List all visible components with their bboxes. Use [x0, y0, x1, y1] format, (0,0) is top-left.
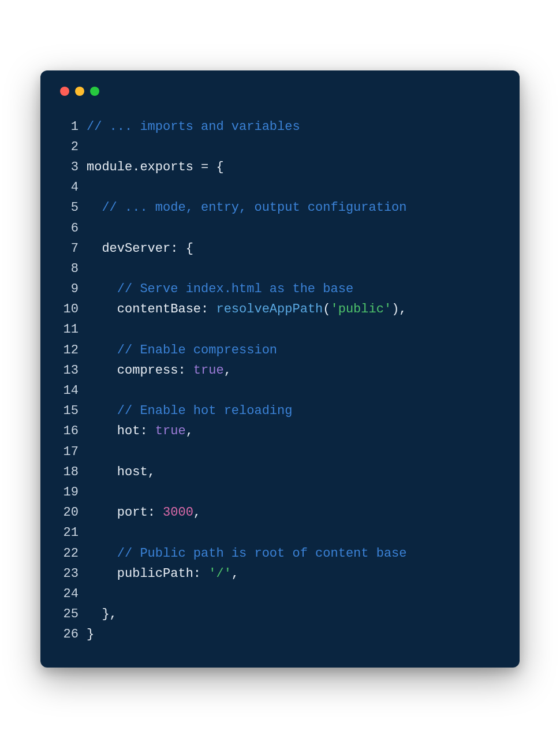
code-token — [87, 424, 117, 438]
code-token — [87, 343, 117, 357]
line-number: 8 — [59, 259, 87, 279]
code-line: 4 — [59, 177, 501, 197]
code-token: // Enable compression — [117, 343, 277, 357]
line-content: // Serve index.html as the base — [87, 279, 353, 299]
line-number: 25 — [59, 604, 87, 624]
line-number: 12 — [59, 340, 87, 360]
code-line: 5 // ... mode, entry, output configurati… — [59, 197, 501, 218]
line-content: hot: true, — [87, 421, 193, 441]
line-content: // Enable compression — [87, 340, 277, 360]
line-number: 10 — [59, 299, 87, 319]
line-number: 9 — [59, 279, 87, 299]
code-token: ( — [323, 302, 330, 316]
code-token: : { — [170, 241, 193, 256]
code-line: 25 }, — [59, 604, 501, 624]
code-token: devServer — [102, 241, 170, 256]
code-line: 6 — [59, 218, 501, 238]
code-token: module — [87, 160, 132, 174]
code-line: 2 — [59, 137, 501, 157]
code-line: 10 contentBase: resolveAppPath('public')… — [59, 299, 501, 319]
line-number: 5 — [59, 197, 87, 218]
code-token: : — [178, 363, 193, 378]
line-number: 16 — [59, 421, 87, 441]
line-content: devServer: { — [87, 238, 193, 259]
line-content: } — [87, 624, 94, 644]
line-number: 15 — [59, 401, 87, 421]
code-token: , — [224, 363, 232, 378]
code-line: 18 host, — [59, 462, 501, 482]
code-token: ), — [391, 302, 406, 316]
code-token — [87, 607, 102, 621]
line-number: 23 — [59, 564, 87, 584]
code-token: resolveAppPath — [216, 302, 323, 316]
code-line: 19 — [59, 482, 501, 502]
line-number: 3 — [59, 157, 87, 177]
code-token: 'public' — [331, 302, 392, 316]
code-token — [87, 404, 117, 418]
code-token: }, — [102, 607, 117, 621]
code-token — [87, 505, 117, 520]
minimize-icon[interactable] — [75, 87, 84, 96]
line-content: contentBase: resolveAppPath('public'), — [87, 299, 407, 319]
code-token: // Public path is root of content base — [117, 546, 407, 561]
code-token — [87, 200, 102, 215]
line-number: 14 — [59, 381, 87, 401]
code-token — [87, 302, 117, 316]
code-token: , — [232, 566, 239, 581]
line-number: 1 — [59, 117, 87, 137]
maximize-icon[interactable] — [90, 87, 99, 96]
code-line: 8 — [59, 259, 501, 279]
line-number: 19 — [59, 482, 87, 502]
code-line: 15 // Enable hot reloading — [59, 401, 501, 421]
close-icon[interactable] — [60, 87, 69, 96]
code-token: : — [201, 302, 216, 316]
line-content: // ... mode, entry, output configuration — [87, 197, 407, 218]
code-line: 22 // Public path is root of content bas… — [59, 543, 501, 564]
code-line: 26} — [59, 624, 501, 644]
code-token — [87, 282, 117, 296]
line-number: 17 — [59, 442, 87, 462]
code-token: , — [193, 505, 201, 520]
line-number: 4 — [59, 177, 87, 197]
code-token: // ... imports and variables — [87, 120, 300, 134]
line-number: 26 — [59, 624, 87, 644]
code-line: 21 — [59, 523, 501, 543]
line-number: 13 — [59, 360, 87, 381]
code-line: 16 hot: true, — [59, 421, 501, 441]
code-token: '/' — [208, 566, 232, 581]
code-token: = { — [193, 160, 224, 174]
line-content: module.exports = { — [87, 157, 224, 177]
code-token — [87, 566, 117, 581]
code-token: , — [186, 424, 193, 438]
code-token: contentBase — [117, 302, 201, 316]
line-content: publicPath: '/', — [87, 564, 239, 584]
code-line: 12 // Enable compression — [59, 340, 501, 360]
line-content: // Public path is root of content base — [87, 543, 407, 564]
line-number: 21 — [59, 523, 87, 543]
code-token: port — [117, 505, 148, 520]
code-token: publicPath — [117, 566, 193, 581]
code-token: host — [117, 465, 148, 479]
code-line: 14 — [59, 381, 501, 401]
line-content: }, — [87, 604, 117, 624]
code-line: 17 — [59, 442, 501, 462]
code-token: exports — [140, 160, 193, 174]
code-line: 23 publicPath: '/', — [59, 564, 501, 584]
code-token: // Enable hot reloading — [117, 404, 293, 418]
line-number: 7 — [59, 238, 87, 259]
line-number: 11 — [59, 319, 87, 340]
code-window: 1// ... imports and variables23module.ex… — [40, 70, 520, 668]
code-token: hot — [117, 424, 140, 438]
line-number: 20 — [59, 502, 87, 523]
code-line: 13 compress: true, — [59, 360, 501, 381]
line-content: // Enable hot reloading — [87, 401, 292, 421]
line-content: port: 3000, — [87, 502, 201, 523]
code-token — [87, 546, 117, 561]
code-line: 3module.exports = { — [59, 157, 501, 177]
code-line: 20 port: 3000, — [59, 502, 501, 523]
code-token: 3000 — [163, 505, 193, 520]
code-token — [87, 241, 102, 256]
code-token: } — [87, 627, 94, 642]
line-number: 24 — [59, 584, 87, 604]
code-token: : — [148, 505, 163, 520]
